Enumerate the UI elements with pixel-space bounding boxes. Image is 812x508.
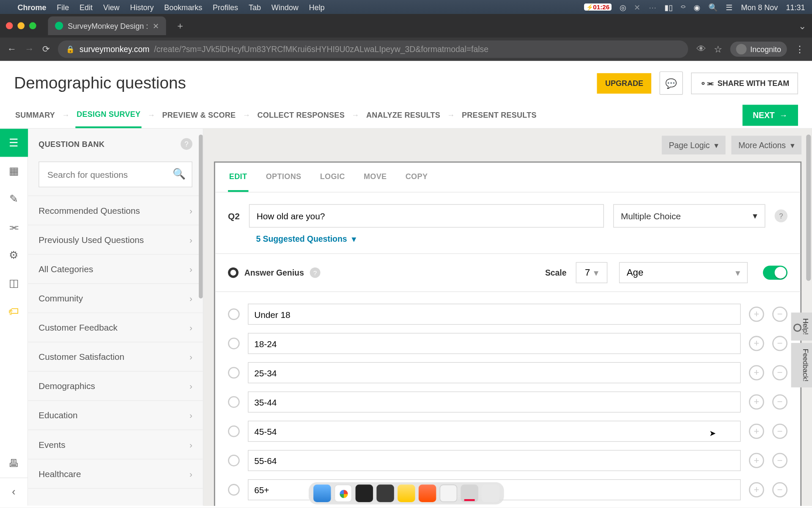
question-text-input[interactable] [249,204,604,227]
incognito-badge[interactable]: Incognito [730,41,787,57]
genius-toggle[interactable] [763,266,787,280]
step-collect-responses[interactable]: COLLECT RESPONSES [256,102,346,128]
answer-input[interactable] [248,392,741,413]
add-row-button[interactable]: + [749,453,764,468]
menu-view[interactable]: View [103,3,120,11]
upgrade-button[interactable]: UPGRADE [597,73,652,93]
remove-row-button[interactable]: − [772,395,787,410]
rail-logic-icon[interactable]: ⫘ [0,213,28,241]
canvas-scrollbar[interactable] [806,135,811,281]
dock-notes-icon[interactable] [397,485,414,502]
tab-close-icon[interactable]: ✕ [153,21,159,30]
rail-question-bank-icon[interactable]: ☰ [0,129,28,157]
next-button[interactable]: NEXT→ [742,105,798,126]
dock-app3-icon[interactable] [439,485,457,502]
dock-app4-icon[interactable] [461,485,478,502]
dock-chrome-icon[interactable] [334,485,351,502]
menu-help[interactable]: Help [309,3,325,11]
menu-tab[interactable]: Tab [249,3,261,11]
help-tab[interactable]: Help! [791,312,812,340]
category-item[interactable]: Customer Satisfaction› [28,342,203,372]
add-row-button[interactable]: + [749,395,764,410]
dock-finder-icon[interactable] [313,485,330,502]
category-item[interactable]: Healthcare› [28,459,203,489]
eye-off-icon[interactable]: 👁 [697,44,706,55]
rail-style-icon[interactable]: ✎ [0,185,28,213]
scale-type-dropdown[interactable]: Age▾ [619,262,748,283]
tabs-expand-icon[interactable]: ⌄ [798,20,806,31]
search-icon[interactable]: 🔍 [708,3,718,11]
category-item[interactable]: Demographics› [28,372,203,401]
rail-layout-icon[interactable]: ◫ [0,269,28,297]
sidebar-scrollbar[interactable] [199,135,203,298]
status-icon-3[interactable]: ⋯ [649,3,656,11]
add-row-button[interactable]: + [749,365,764,381]
window-zoom-icon[interactable] [29,22,36,30]
dock-terminal-icon[interactable] [355,485,373,502]
menu-history[interactable]: History [130,3,154,11]
browser-menu-icon[interactable]: ⋮ [795,44,805,55]
menu-edit[interactable]: Edit [80,3,93,11]
rail-builder-icon[interactable]: ▦ [0,157,28,185]
category-item[interactable]: Customer Feedback› [28,313,203,342]
add-row-button[interactable]: + [749,336,764,351]
tab-copy[interactable]: COPY [404,163,429,192]
search-icon[interactable]: 🔍 [173,167,185,180]
step-design-survey[interactable]: DESIGN SURVEY [75,102,142,128]
back-button[interactable]: ← [7,44,16,55]
reload-button[interactable]: ⟳ [42,44,50,55]
answer-input[interactable] [248,304,741,325]
category-item[interactable]: Events› [28,430,203,459]
window-close-icon[interactable] [6,22,13,30]
rail-print-icon[interactable]: 🖶 [0,450,28,478]
category-item[interactable]: Community› [28,284,203,313]
menubar-date[interactable]: Mon 8 Nov [741,3,778,11]
more-actions-dropdown[interactable]: More Actions▾ [731,136,801,155]
menu-file[interactable]: File [57,3,69,11]
answer-input[interactable] [248,450,741,471]
category-item[interactable]: Recommended Questions› [28,196,203,226]
status-icon-1[interactable]: ◎ [620,3,626,11]
category-item[interactable]: Previously Used Questions› [28,225,203,254]
search-input[interactable] [38,162,192,188]
category-item[interactable]: All Categories› [28,254,203,284]
radio-icon[interactable] [228,425,240,437]
battery-time[interactable]: ⚡01:26 [584,3,612,11]
radio-icon[interactable] [228,338,240,350]
status-icon-2[interactable]: ✕ [634,3,640,11]
control-center-icon[interactable]: ☰ [726,3,733,11]
aux-icon[interactable]: ◉ [694,3,700,11]
radio-icon[interactable] [228,396,240,408]
rail-tag-icon[interactable]: 🏷 [0,297,28,325]
help-icon[interactable]: ? [775,210,787,222]
remove-row-button[interactable]: − [772,306,787,322]
step-preview-score[interactable]: PREVIEW & SCORE [161,102,237,128]
chat-button[interactable]: 💬 [660,72,683,95]
dock-app-icon[interactable] [376,485,394,502]
remove-row-button[interactable]: − [772,453,787,468]
menu-bookmarks[interactable]: Bookmarks [164,3,202,11]
url-field[interactable]: 🔒 surveymonkey.com/create/?sm=JVk5lDHcyf… [58,40,689,58]
question-type-dropdown[interactable]: Multiple Choice▾ [613,204,765,227]
tab-move[interactable]: MOVE [362,163,388,192]
browser-tab[interactable]: SurveyMonkey Design : ✕ [48,17,166,35]
answer-input[interactable] [248,333,741,354]
menu-profiles[interactable]: Profiles [213,3,238,11]
radio-icon[interactable] [228,484,240,496]
radio-icon[interactable] [228,367,240,379]
radio-icon[interactable] [228,455,240,467]
share-with-team-button[interactable]: ⚬⫘SHARE WITH TEAM [691,72,798,94]
step-summary[interactable]: SUMMARY [14,102,56,128]
tab-options[interactable]: OPTIONS [265,163,302,192]
dock-trash-icon[interactable] [481,485,499,502]
category-item[interactable]: Education› [28,401,203,430]
radio-icon[interactable] [228,309,240,320]
menu-window[interactable]: Window [272,3,299,11]
help-icon[interactable]: ? [181,138,192,150]
add-row-button[interactable]: + [749,482,764,497]
answer-input[interactable] [248,362,741,384]
remove-row-button[interactable]: − [772,482,787,497]
scale-count-dropdown[interactable]: 7▾ [576,262,608,283]
add-row-button[interactable]: + [749,424,764,439]
battery-icon[interactable]: ▮▯ [664,3,672,11]
